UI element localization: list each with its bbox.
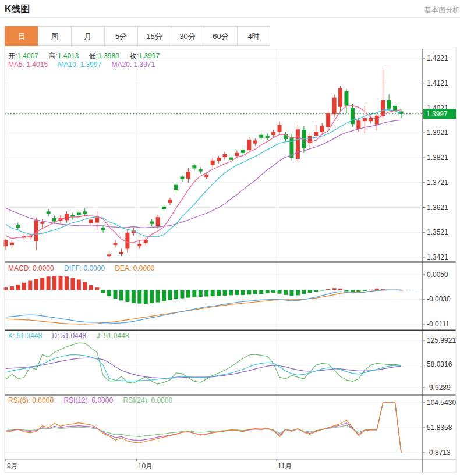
ma5-value: MA5: 1.4015 [8,61,48,69]
ma-legend: MA5: 1.4015 MA10: 1.3997 MA20: 1.3971 [8,61,163,69]
ma10-value: MA10: 1.3997 [58,61,101,69]
low-value: 低:1.3980 [89,52,119,60]
k-value: K: 51.0448 [8,332,42,340]
j-value: J: 51.0448 [97,332,129,340]
kdj-layer [6,343,401,384]
d-value: D: 51.0448 [52,332,86,340]
ma20-value: MA20: 1.3971 [111,61,155,69]
candles-layer [4,69,404,259]
svg-text:58.0316: 58.0316 [427,360,452,368]
kline-chart-canvas: 1.42211.41211.40211.39211.38211.37211.36… [0,0,460,476]
svg-text:-9.9289: -9.9289 [427,383,451,392]
svg-text:9月: 9月 [7,462,18,470]
svg-text:1.3997: 1.3997 [426,110,448,118]
x-axis-labels: 9月10月11月 [6,459,292,470]
kline-app: K线图 基本面分析> 日 周 月 5分 15分 30分 60分 4时 1.422… [0,0,460,476]
macd-legend: MACD: 0.0000 DIFF: 0.0000 DEA: 0.0000 [8,264,163,272]
svg-text:-0.0111: -0.0111 [427,320,450,328]
svg-text:1.3621: 1.3621 [427,204,448,212]
svg-text:10月: 10月 [138,462,153,470]
ohlc-legend: 开:1.4007 高:1.4013 低:1.3980 收:1.3997 [8,51,168,61]
dea-value: DEA: 0.0000 [115,264,154,272]
close-value: 收:1.3997 [129,52,160,60]
ma-lines-layer [6,106,401,243]
svg-text:-0.0030: -0.0030 [427,295,451,303]
macd-layer [4,276,423,324]
svg-text:104.5430: 104.5430 [427,399,456,407]
svg-text:125.9921: 125.9921 [427,336,456,344]
rsi6-value: RSI(6): 0.0000 [8,396,54,404]
svg-text:1.3821: 1.3821 [427,154,448,162]
frame-layer [5,26,456,473]
rsi24-value: RSI(24): 0.0000 [123,396,172,404]
svg-text:1.4121: 1.4121 [427,79,448,87]
svg-text:0.0050: 0.0050 [427,271,448,279]
diff-value: DIFF: 0.0000 [64,264,105,272]
svg-text:51.8358: 51.8358 [427,424,452,432]
rsi-legend: RSI(6): 0.0000 RSI(12): 0.0000 RSI(24): … [8,396,181,404]
svg-text:1.4221: 1.4221 [427,54,448,62]
current-price-badge: 1.3997 [423,109,456,119]
svg-text:1.3421: 1.3421 [427,253,448,261]
rsi12-value: RSI(12): 0.0000 [63,396,113,404]
svg-text:1.3721: 1.3721 [427,179,448,187]
svg-text:-0.8713: -0.8713 [427,449,451,457]
svg-text:1.3921: 1.3921 [427,129,448,137]
svg-text:11月: 11月 [278,462,292,470]
high-value: 高:1.4013 [48,52,79,60]
macd-value: MACD: 0.0000 [8,264,54,272]
open-value: 开:1.4007 [8,52,38,60]
kdj-legend: K: 51.0448 D: 51.0448 J: 51.0448 [8,332,137,340]
svg-text:1.3521: 1.3521 [427,228,448,236]
